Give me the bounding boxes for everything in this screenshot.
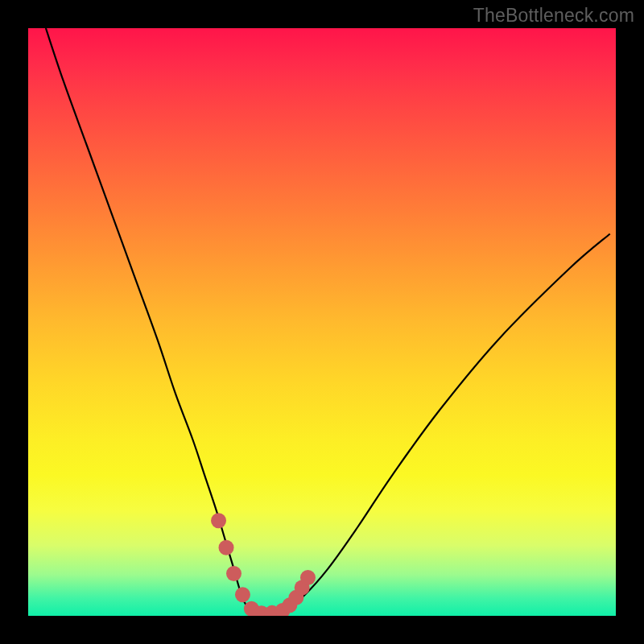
curve-marker [235, 587, 250, 602]
watermark-text: TheBottleneck.com [473, 5, 634, 27]
curve-marker [226, 566, 242, 581]
bottleneck-curve [46, 28, 610, 613]
curve-marker [300, 570, 316, 585]
chart-stage: TheBottleneck.com [0, 0, 644, 644]
curve-marker [211, 513, 226, 528]
curve-layer [28, 28, 616, 616]
plot-area [28, 28, 616, 616]
curve-marker [219, 540, 234, 555]
marker-group [211, 513, 316, 616]
